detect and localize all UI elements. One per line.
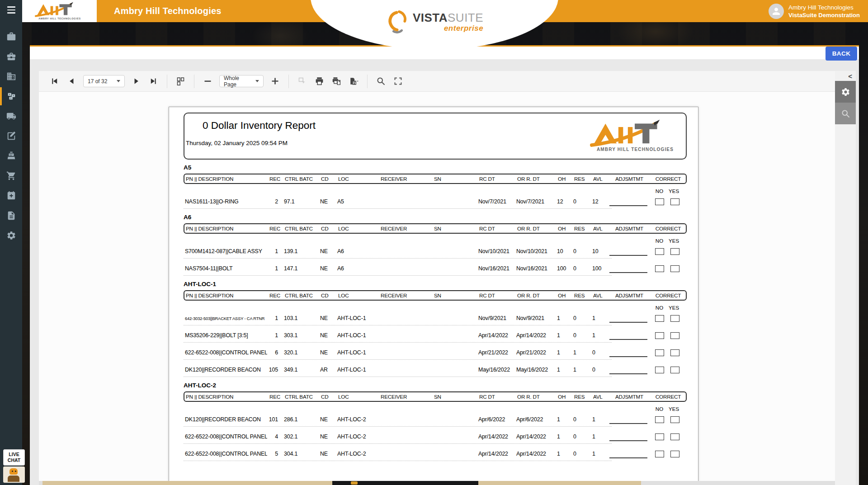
header-cell-pn: PN || DESCRIPTION	[184, 226, 268, 231]
header-cell-cd: CD	[320, 292, 337, 298]
next-page-button[interactable]	[131, 75, 142, 87]
avatar[interactable]	[769, 4, 784, 19]
table-header-row: PN || DESCRIPTION REC CTRL BATC CD LOC R…	[184, 290, 687, 301]
collapse-chevron-icon[interactable]: <	[848, 73, 852, 80]
cell-rec: 1	[267, 332, 283, 339]
live-chat-widget[interactable]: LIVE CHAT	[3, 449, 25, 483]
correct-no-checkbox[interactable]	[655, 433, 664, 440]
sidebar-item-documents[interactable]	[0, 211, 22, 221]
cell-oh: 1	[556, 349, 572, 356]
sidebar-item-business-case[interactable]	[0, 52, 22, 61]
header-cell-rec: REC	[268, 292, 283, 298]
export-button[interactable]	[348, 75, 359, 87]
cell-oh: 12	[556, 198, 572, 205]
correct-no-checkbox[interactable]	[655, 315, 664, 322]
cell-pn-description: 622-6522-008||CONTROL PANEL	[184, 349, 267, 356]
correct-yes-checkbox[interactable]	[670, 349, 679, 356]
correct-yes-checkbox[interactable]	[670, 198, 679, 205]
correct-yes-checkbox[interactable]	[670, 315, 679, 322]
inventory-row: S700M1412-087||CABLE ASSY 1 139.1 NE A6 …	[184, 244, 687, 259]
section-rows: 642-3032-503||BRACKET ASSY - CA RTNR 1 1…	[183, 311, 685, 377]
correct-yes-checkbox[interactable]	[670, 416, 679, 423]
live-chat-line1: LIVE	[4, 452, 24, 457]
correct-yes-checkbox[interactable]	[670, 433, 679, 440]
header-cell-pn: PN || DESCRIPTION	[184, 394, 268, 400]
scrollbar-thumb[interactable]	[478, 481, 641, 485]
page-number-dropdown[interactable]: 17 of 32	[83, 75, 125, 87]
cell-rc-dt: Nov/10/2021	[477, 248, 515, 254]
user-menu[interactable]: Ambry Hill Technologies VistaSuite Demon…	[769, 0, 860, 22]
print-button[interactable]	[314, 75, 325, 87]
zoom-in-button[interactable]	[269, 75, 281, 87]
cell-loc: A6	[336, 248, 378, 254]
cell-res: 1	[572, 349, 591, 356]
cell-loc: AHT-LOC-1	[336, 315, 378, 321]
cell-cd: NE	[319, 265, 336, 272]
right-tools-panel: <	[835, 71, 856, 485]
correct-no-checkbox[interactable]	[655, 198, 664, 205]
company-logo[interactable]	[22, 0, 97, 22]
scrollbar-thumb[interactable]	[42, 481, 332, 485]
previous-page-button[interactable]	[66, 75, 77, 87]
correct-no-checkbox[interactable]	[655, 451, 664, 457]
header-cell-ctrl-batc: CTRL BATC	[283, 176, 320, 182]
sidebar-item-calendar[interactable]	[0, 191, 22, 201]
cell-res: 0	[572, 315, 591, 321]
hamburger-menu-icon[interactable]	[0, 0, 22, 20]
correct-no-checkbox[interactable]	[655, 332, 664, 339]
section-rows: NAS1611-13||O-RING 2 97.1 NE A5 Nov/7/20…	[183, 194, 685, 209]
zoom-out-button[interactable]	[202, 75, 213, 87]
cell-ctrl-batc: 304.1	[283, 451, 319, 457]
row-divider	[184, 258, 612, 259]
last-page-button[interactable]	[148, 75, 159, 87]
first-page-button[interactable]	[49, 75, 60, 87]
correct-yes-checkbox[interactable]	[670, 451, 679, 457]
cell-rc-dt: Apr/14/2022	[477, 451, 515, 457]
correct-no-checkbox[interactable]	[655, 416, 664, 423]
inventory-row: NAS1611-13||O-RING 2 97.1 NE A5 Nov/7/20…	[184, 194, 687, 209]
header-cell-or-r-dt: OR R. DT	[516, 176, 557, 182]
section-location-label: A6	[184, 214, 685, 221]
chevron-down-icon	[117, 80, 120, 82]
cell-res: 0	[572, 416, 591, 423]
multi-page-view-button[interactable]	[175, 75, 186, 87]
cell-or-r-dt: Nov/16/2021	[515, 265, 556, 272]
header-cell-receiver: RECEIVER	[379, 394, 433, 400]
horizontal-scrollbar[interactable]	[39, 481, 835, 485]
viewer-search-tool[interactable]	[835, 103, 856, 124]
correct-no-checkbox[interactable]	[655, 349, 664, 356]
correct-yes-checkbox[interactable]	[670, 248, 679, 255]
zoom-level-dropdown[interactable]: Whole Page	[219, 75, 264, 87]
correct-no-checkbox[interactable]	[655, 265, 664, 272]
sidebar-item-settings[interactable]	[0, 231, 22, 240]
cell-or-r-dt: Nov/9/2021	[515, 315, 556, 321]
search-in-report-button[interactable]	[375, 75, 387, 87]
sidebar-item-cart[interactable]	[0, 171, 22, 181]
cell-ctrl-batc: 139.1	[283, 248, 319, 254]
zoom-level-value: Whole Page	[224, 75, 251, 88]
sidebar-item-edit[interactable]	[0, 131, 22, 141]
correct-yes-checkbox[interactable]	[670, 367, 679, 373]
cell-rc-dt: Apr/14/2022	[477, 433, 515, 440]
cell-or-r-dt: Apr/14/2022	[515, 451, 556, 457]
sidebar-item-point-of-sale[interactable]	[0, 151, 22, 161]
sidebar-item-shipping[interactable]	[0, 111, 22, 121]
sidebar-item-building[interactable]	[0, 71, 22, 81]
header-cell-loc: LOC	[337, 292, 379, 298]
viewer-settings-tool[interactable]	[835, 81, 856, 103]
back-button[interactable]: BACK	[826, 47, 857, 61]
header-cell-rc-dt: RC DT	[478, 226, 516, 231]
correct-no-checkbox[interactable]	[655, 248, 664, 255]
correct-yes-checkbox[interactable]	[670, 332, 679, 339]
header-cell-rec: REC	[268, 394, 283, 400]
full-screen-button[interactable]	[392, 75, 404, 87]
report-section: AHT-LOC-1 PN || DESCRIPTION REC CTRL BAT…	[183, 281, 685, 377]
correct-no-checkbox[interactable]	[655, 367, 664, 373]
correct-yes-checkbox[interactable]	[670, 265, 679, 272]
sidebar-item-briefcase[interactable]	[0, 32, 22, 42]
print-page-setup-button[interactable]	[331, 75, 342, 87]
text-select-button-disabled[interactable]	[297, 75, 308, 87]
cell-loc: AHT-LOC-2	[336, 433, 378, 440]
sidebar-item-inventory[interactable]	[0, 91, 22, 101]
section-rows: S700M1412-087||CABLE ASSY 1 139.1 NE A6 …	[183, 244, 685, 276]
